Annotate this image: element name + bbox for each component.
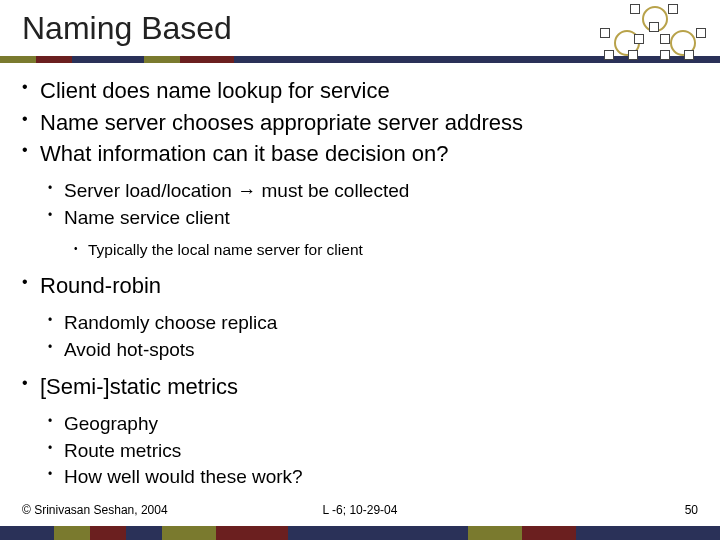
slide: Naming Based Client does name lookup for… xyxy=(0,0,720,540)
bullet-l1: Name server chooses appropriate server a… xyxy=(22,108,698,138)
bullet-l3: Typically the local name server for clie… xyxy=(74,240,698,261)
bullet-l1: What information can it base decision on… xyxy=(22,139,698,169)
bullet-l1: Round-robin xyxy=(22,271,698,301)
bullet-l2: Randomly choose replica xyxy=(48,311,698,336)
bullet-l2: How well would these work? xyxy=(48,465,698,490)
bullet-l1: Client does name lookup for service xyxy=(22,76,698,106)
bottom-bar xyxy=(0,526,720,540)
bullet-l2: Geography xyxy=(48,412,698,437)
footer-lecture: L -6; 10-29-04 xyxy=(0,503,720,517)
footer-page-number: 50 xyxy=(685,503,698,517)
bullet-l2: Name service client xyxy=(48,206,698,231)
bullet-l2: Avoid hot-spots xyxy=(48,338,698,363)
page-title: Naming Based xyxy=(22,10,232,47)
bullet-l1: [Semi-]static metrics xyxy=(22,372,698,402)
decorative-graphic xyxy=(600,6,710,58)
content-area: Client does name lookup for service Name… xyxy=(22,74,698,492)
bullet-l2: Route metrics xyxy=(48,439,698,464)
bullet-l2: Server load/location → must be collected xyxy=(48,179,698,204)
